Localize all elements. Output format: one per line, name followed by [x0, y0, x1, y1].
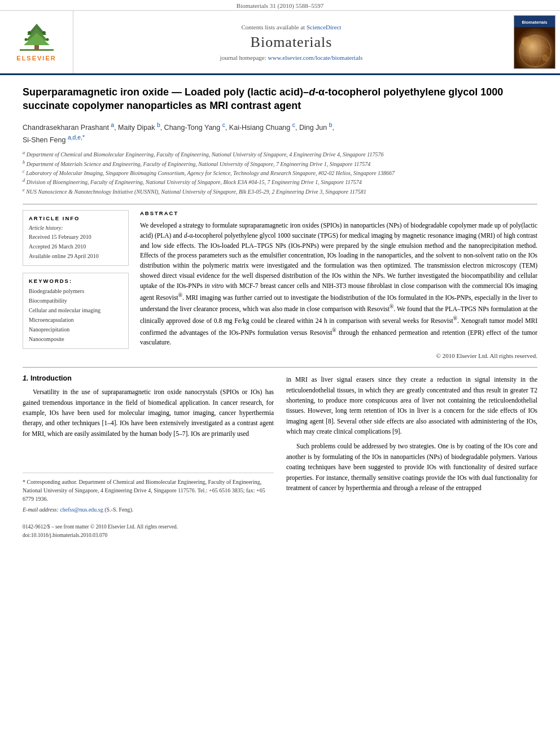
doi-line: doi:10.1016/j.biomaterials.2010.03.070 [23, 531, 178, 540]
copyright-line: © 2010 Elsevier Ltd. All rights reserved… [140, 352, 537, 359]
bottom-left: 0142-9612/$ – see front matter © 2010 El… [23, 523, 178, 540]
footnote-area: * Corresponding author. Department of Ch… [23, 473, 274, 514]
affiliation-c: c Laboratory of Molecular Imaging, Singa… [23, 168, 537, 177]
keyword-2: Biocompatibility [29, 296, 123, 305]
abstract-text: We developed a strategy to formulate sup… [140, 221, 537, 348]
footnote-asterisk: * Corresponding author. Department of Ch… [23, 478, 274, 503]
topbar: Biomaterials 31 (2010) 5588–5597 [0, 0, 560, 11]
topbar-text: Biomaterials 31 (2010) 5588–5597 [237, 2, 323, 9]
email-label: E-mail address: [23, 506, 59, 513]
keywords-box: Keywords: Biodegradable polymers Biocomp… [23, 273, 129, 349]
keywords-title: Keywords: [29, 278, 123, 284]
intro-para-right-1: in MRI as liver signal erasers since the… [286, 374, 537, 436]
keyword-1: Biodegradable polymers [29, 286, 123, 296]
svg-point-15 [542, 55, 549, 62]
elsevier-tree-icon [17, 23, 56, 54]
elsevier-logo: ELSEVIER [16, 23, 56, 62]
paper-body: Superparamagnetic iron oxide — Loaded po… [0, 75, 560, 514]
footnote-email: E-mail address: chefss@nus.edu.sg (S.-S.… [23, 505, 274, 514]
keyword-4: Microencapsulation [29, 315, 123, 325]
article-title: Superparamagnetic iron oxide — Loaded po… [23, 85, 537, 113]
article-history-box: ARTICLE INFO Article history: Received 1… [23, 210, 129, 266]
affiliation-b: b Department of Materials Science and En… [23, 159, 537, 168]
article-info-abstract-section: ARTICLE INFO Article history: Received 1… [23, 210, 537, 359]
email-suffix: (S.-S. Feng). [104, 506, 133, 513]
cover-label: Biomaterials [522, 20, 547, 25]
abstract-col: ABSTRACT We developed a strategy to form… [140, 210, 537, 359]
separator-1 [23, 204, 537, 204]
available-date: Available online 29 April 2010 [29, 251, 123, 261]
journal-cover-image: Biomaterials [514, 15, 555, 69]
received-date: Received 15 February 2010 [29, 232, 123, 242]
svg-point-6 [42, 31, 46, 34]
journal-header: ELSEVIER Contents lists available at Sci… [0, 11, 560, 75]
affiliation-e: e NUS Nanoscience & Nanotechnology Initi… [23, 187, 537, 196]
keyword-6: Nanocomposite [29, 334, 123, 344]
journal-cover-area: Biomaterials [509, 11, 560, 73]
keyword-5: Nanoprecipitation [29, 325, 123, 334]
svg-point-14 [521, 37, 530, 46]
main-text-section: 1. Introduction Versatility in the use o… [23, 374, 537, 514]
abstract-title: ABSTRACT [140, 210, 537, 216]
sciencedirect-prefix: Contents lists available at [241, 24, 306, 30]
journal-info-center: Contents lists available at ScienceDirec… [73, 11, 509, 73]
homepage-prefix: journal homepage: [220, 54, 268, 61]
elsevier-text: ELSEVIER [16, 55, 56, 62]
cover-graphic [514, 27, 555, 69]
sciencedirect-link[interactable]: ScienceDirect [307, 24, 342, 30]
accepted-date: Accepted 26 March 2010 [29, 242, 123, 251]
article-info-title: ARTICLE INFO [29, 215, 123, 221]
svg-point-5 [28, 31, 31, 34]
issn-line: 0142-9612/$ – see front matter © 2010 El… [23, 523, 178, 531]
intro-para-right-2: Such problems could be addressed by two … [286, 441, 537, 493]
intro-para-1: Versatility in the use of supraparamagne… [23, 387, 274, 439]
affiliation-a: a Department of Chemical and Biomolecula… [23, 150, 537, 159]
left-main-col: 1. Introduction Versatility in the use o… [23, 374, 274, 514]
left-info-col: ARTICLE INFO Article history: Received 1… [23, 210, 129, 359]
affiliation-d: d Division of Bioengineering, Faculty of… [23, 177, 537, 186]
homepage-link[interactable]: www.elsevier.com/locate/biomaterials [268, 54, 363, 61]
authors-line: Chandrasekharan Prashant a, Maity Dipak … [23, 121, 537, 146]
svg-point-7 [24, 38, 27, 41]
journal-homepage-line: journal homepage: www.elsevier.com/locat… [220, 54, 363, 61]
keyword-3: Cellular and molecular imaging [29, 305, 123, 315]
affiliations: a Department of Chemical and Biomolecula… [23, 150, 537, 196]
section1-heading: 1. Introduction [23, 374, 274, 382]
right-main-col: in MRI as liver signal erasers since the… [286, 374, 537, 514]
email-link[interactable]: chefss@nus.edu.sg [60, 506, 103, 513]
bottom-bar: 0142-9612/$ – see front matter © 2010 El… [0, 518, 560, 543]
sciencedirect-line: Contents lists available at ScienceDirec… [241, 24, 341, 30]
svg-point-8 [46, 38, 49, 41]
separator-2 [23, 367, 537, 368]
elsevier-logo-area: ELSEVIER [0, 11, 73, 73]
history-label: Article history: [29, 225, 123, 231]
journal-title-display: Biomaterials [251, 34, 333, 51]
